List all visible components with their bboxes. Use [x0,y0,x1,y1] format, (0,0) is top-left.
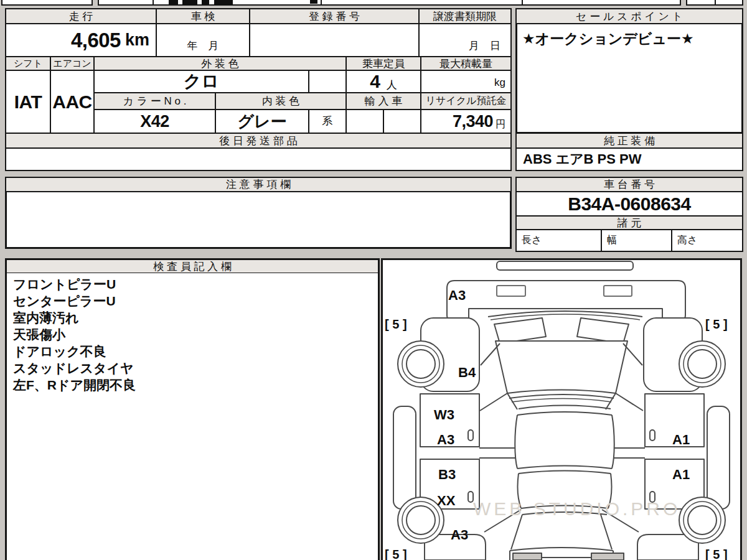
door-handle-icon [468,492,473,502]
capacity-number: 4 [370,71,380,92]
damage-label-left-front-door-upper: W3 [434,407,454,422]
caution-header: 注 意 事 項 欄 [5,177,512,192]
chassis-header: 車 台 番 号 [515,177,743,192]
exterior-color-sub-cell [308,70,347,93]
equipment-header: 純 正 装 備 [515,133,743,149]
damage-label-right-rear-door: A1 [672,467,690,482]
spec-length: 長さ [515,229,602,252]
max-load-header: 最大積載量 [420,56,512,71]
recycle-unit: 円 [496,112,505,131]
sales-point-header: セ ー ル ス ポ イ ン ト [515,8,743,24]
auction-sheet: 走 行 車 検 登 録 番 号 譲渡書類期限 4,605km 年 月 月 日 シ… [0,0,747,560]
tire-mark-rear-right: [ 5 ] [705,548,728,560]
sales-point-value: ★オークションデビュー★ [515,23,743,134]
transfer-deadline-header: 譲渡書類期限 [418,8,512,24]
car-damage-diagram: WEB STUDIO.PRO A3 B4 W3 A3 B3 XX A3 A1 A… [381,258,742,560]
front-light-left [497,286,525,296]
exterior-color-value: クロ [93,70,309,93]
tire-mark-rear-left: [ 5 ] [385,548,407,560]
inspector-note: フロントピラーU [13,276,378,292]
specs-header: 諸 元 [515,215,743,230]
text-fragment [214,0,233,5]
inspector-note: スタッドレスタイヤ [13,360,378,376]
shift-header: シフト [5,56,51,71]
wheel-rear-right [679,497,725,543]
front-light-right [604,286,632,296]
inspector-note: 左F、Rドア開閉不良 [13,376,378,393]
damage-label-left-rear-door-upper: B3 [438,467,456,482]
shift-value: IAT [5,70,51,134]
shaken-header: 車 検 [156,8,250,24]
color-no-value: X42 [93,109,216,134]
damage-label-left-rear-door-lower: XX [437,493,456,508]
transfer-deadline-value: 月 日 [418,23,512,57]
partial-cell [1,0,93,6]
tire-mark-front-left: [ 5 ] [385,317,407,331]
spec-height: 高さ [671,229,743,252]
tire-mark-front-right: [ 5 ] [705,317,728,331]
text-fragment [310,0,317,4]
damage-label-left-front-fender: B4 [458,365,476,380]
later-parts-value [5,147,512,171]
partial-cell [715,0,743,6]
capacity-value: 4人 [345,70,421,93]
registration-number-header: 登 録 番 号 [249,8,420,24]
right-rocker-panel [707,406,730,509]
inspector-note: センターピラーU [13,292,378,309]
door-handle-icon [468,430,473,441]
capacity-unit: 人 [387,72,397,92]
inspector-note: ドアロック不良 [13,343,378,360]
capacity-header: 乗車定員 [345,56,421,71]
recycle-deposit-header: リサイクル預託金 [420,92,512,110]
text-fragment [182,0,197,5]
recycle-number: 7,340 [453,112,493,131]
wheel-front-left [398,341,444,387]
partial-cell [153,0,323,6]
aircon-value: AAC [50,70,95,134]
mileage-number: 4,605 [71,29,121,52]
interior-color-suffix: 系 [308,109,347,134]
caution-value [5,191,512,249]
door-handle-icon [650,430,655,441]
inspector-notes-box: フロントピラーU センターピラーU 室内薄汚れ 天張傷小 ドアロック不良 スタッ… [5,273,380,560]
partial-cell [98,0,155,6]
import-value-cell-1 [345,109,384,134]
mileage-unit: km [125,30,149,50]
import-header: 輸 入 車 [345,92,421,110]
aircon-header: エアコン [50,56,95,71]
mileage-value: 4,605km [5,23,157,57]
text-fragment [169,0,178,4]
interior-color-value: グレー [215,109,309,134]
interior-color-header: 内 装 色 [215,92,347,110]
rear-bumper-right [591,553,624,560]
partial-cell [686,0,717,6]
shaken-value: 年 月 [156,23,250,57]
damage-label-front-bumper: A3 [448,287,466,303]
equipment-value: ABS エアB PS PW [515,147,743,171]
chassis-value: B34A-0608634 [515,191,743,217]
partial-cell [522,0,681,6]
exterior-color-header: 外 装 色 [93,56,347,71]
wheel-front-right [679,341,725,387]
rear-bumper-left [513,553,542,560]
spec-width: 幅 [601,229,672,252]
later-parts-header: 後 日 発 送 部 品 [5,133,512,149]
front-top-strip [497,261,633,270]
left-rocker-panel [393,406,416,509]
damage-label-left-rear-quarter: A3 [451,527,468,543]
damage-label-right-front-door: A1 [672,432,690,447]
text-fragment [202,0,209,4]
mileage-header: 走 行 [5,8,157,24]
registration-number-value [249,23,420,57]
max-load-value: kg [420,70,512,93]
inspector-header: 検 査 員 記 入 欄 [5,258,380,274]
damage-label-left-front-door-lower: A3 [437,432,454,447]
inspector-note: 天張傷小 [13,326,378,343]
import-value-cell-2 [383,109,421,134]
color-no-header: カ ラ ー N o . [93,92,216,110]
recycle-deposit-value: 7,340円 [420,109,512,134]
partial-cell [321,0,524,6]
watermark: WEB STUDIO.PRO [473,498,680,519]
hood [496,341,627,393]
inspector-note: 室内薄汚れ [13,309,378,326]
